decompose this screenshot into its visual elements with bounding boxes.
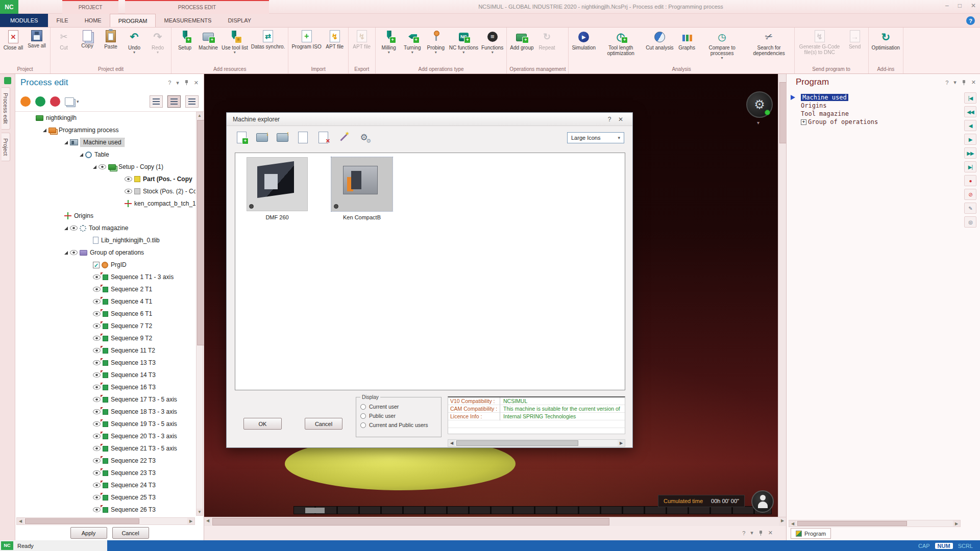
filter-red-icon[interactable]: [50, 96, 60, 107]
view-details-button[interactable]: [185, 95, 199, 108]
tree-vertical-scrollbar[interactable]: ▲ ▼: [196, 112, 203, 516]
tree-row[interactable]: Sequence 22 T3: [15, 455, 195, 467]
wizard-icon[interactable]: [336, 130, 351, 144]
radio-option[interactable]: Public user: [360, 411, 437, 420]
program-tree-row[interactable]: Origins: [790, 102, 960, 110]
program-tree-row[interactable]: Group of operations: [790, 118, 960, 126]
cancel-button[interactable]: Cancel: [112, 527, 149, 539]
tree-row[interactable]: Sequence 4 T1: [15, 295, 195, 308]
scroll-left-icon[interactable]: ◀: [448, 440, 455, 446]
panel-help-icon[interactable]: ?: [168, 80, 171, 86]
go-first-button[interactable]: |◀: [964, 92, 976, 104]
ribbon-button[interactable]: Program ISO: [290, 28, 323, 65]
tree-row[interactable]: ken_compact_b_tch_19[: [15, 197, 195, 210]
radio-icon[interactable]: [360, 413, 366, 419]
ribbon-button[interactable]: Optimisation: [870, 28, 902, 65]
operator-indicator-icon[interactable]: [751, 490, 774, 513]
scrollbar-thumb[interactable]: [456, 440, 578, 446]
program-tab[interactable]: Program: [791, 528, 831, 539]
tree-row[interactable]: Sequence 25 T3: [15, 491, 195, 504]
filter-orange-icon[interactable]: [20, 96, 31, 107]
ribbon-button[interactable]: APT file: [350, 28, 374, 65]
menu-tab[interactable]: MODULES: [0, 14, 48, 27]
scroll-right-icon[interactable]: ▶: [618, 440, 625, 446]
doc-pair-icon[interactable]: [65, 97, 74, 106]
radio-option[interactable]: Current user: [360, 402, 437, 411]
viewport-settings-button[interactable]: [746, 91, 773, 118]
ok-button[interactable]: OK: [243, 418, 282, 430]
view-large-button[interactable]: [150, 95, 163, 108]
tree-row[interactable]: Tool magazine: [15, 222, 195, 234]
scrollbar-thumb[interactable]: [797, 521, 907, 526]
tree-row[interactable]: Sequence 11 T2: [15, 344, 195, 357]
tree-row[interactable]: Sequence 6 T1: [15, 308, 195, 320]
tree-row[interactable]: Sequence 26 T3: [15, 504, 195, 516]
ribbon-button[interactable]: Tool length optimization: [597, 28, 644, 65]
target-button[interactable]: ◎: [964, 216, 976, 228]
tree-row[interactable]: Sequence 24 T3: [15, 479, 195, 491]
dialog-titlebar[interactable]: Machine explorer ? ✕: [227, 113, 632, 126]
ribbon-button[interactable]: Search for dependencies: [746, 28, 793, 65]
dialog-cancel-button[interactable]: Cancel: [305, 418, 342, 430]
doc-delete-icon[interactable]: [315, 130, 331, 144]
dock-close-icon[interactable]: ✕: [768, 530, 773, 536]
dock-tab[interactable]: Project: [2, 133, 10, 161]
simulation-timeline[interactable]: [293, 506, 772, 514]
tree-row[interactable]: Lib_nightkingjlh_0.tlib: [15, 234, 195, 246]
ribbon-button[interactable]: Simulation: [570, 28, 597, 65]
context-tab-process-edit[interactable]: PROCESS EDIT: [125, 0, 269, 14]
tree-row[interactable]: Sequence 18 T3 - 3 axis: [15, 406, 195, 418]
go-last-button[interactable]: ▶|: [964, 161, 976, 172]
play-back-button[interactable]: ◀: [964, 120, 976, 131]
tree-row[interactable]: nightkingjlh: [15, 112, 195, 124]
tree-row[interactable]: Sequence 19 T3 - 5 axis: [15, 418, 195, 430]
pin-icon[interactable]: [184, 80, 189, 86]
tree-row[interactable]: Part (Pos. - Copy: [15, 173, 195, 185]
tree-row[interactable]: PrgID: [15, 259, 195, 271]
pin-icon[interactable]: [962, 80, 966, 86]
scroll-right-icon[interactable]: ▶: [187, 518, 194, 524]
ribbon-button[interactable]: Add group: [508, 28, 535, 65]
doc-icon[interactable]: [295, 130, 310, 144]
apply-button[interactable]: Apply: [70, 527, 107, 539]
close-button[interactable]: ✕: [971, 2, 976, 9]
maximize-button[interactable]: □: [958, 2, 962, 9]
filter-green-icon[interactable]: [35, 96, 45, 107]
scroll-down-icon[interactable]: ▼: [197, 509, 203, 515]
pin-icon[interactable]: [758, 530, 763, 536]
menu-tab[interactable]: PROGRAM: [110, 14, 156, 27]
ribbon-button[interactable]: Cut: [52, 28, 76, 65]
expand-plus-icon[interactable]: [801, 119, 806, 125]
ribbon-button[interactable]: Close all: [2, 28, 25, 65]
tree-row[interactable]: Sequence 7 T2: [15, 320, 195, 332]
ribbon-button[interactable]: Copy: [76, 28, 99, 65]
ribbon-button[interactable]: Setup: [173, 28, 197, 65]
tree-row[interactable]: Group of operations: [15, 246, 195, 259]
ribbon-button[interactable]: Send: [843, 28, 867, 65]
ribbon-button[interactable]: APT file: [323, 28, 347, 65]
dialog-close-icon[interactable]: ✕: [615, 116, 626, 123]
dialog-horizontal-scrollbar[interactable]: ◀ ▶: [448, 439, 625, 447]
machine-tile[interactable]: Ken CompactB: [331, 157, 393, 220]
program-horizontal-scrollbar[interactable]: ◀ ▶: [789, 520, 961, 527]
ribbon-button[interactable]: Generate G-Code file(s) to DNC: [796, 28, 843, 65]
tree-row[interactable]: Machine used: [15, 136, 195, 148]
tree-row[interactable]: Sequence 21 T3 - 5 axis: [15, 442, 195, 455]
menu-tab[interactable]: DISPLAY: [219, 14, 259, 27]
scrollbar-thumb[interactable]: [212, 518, 609, 525]
filter-dropdown-icon[interactable]: ▾: [77, 99, 79, 104]
scroll-up-icon[interactable]: ▲: [197, 112, 203, 119]
machine-import-icon[interactable]: [254, 130, 270, 144]
tree-row[interactable]: Sequence 17 T3 - 5 axis: [15, 393, 195, 406]
ribbon-button[interactable]: Datas synchro.: [250, 28, 287, 65]
minimize-button[interactable]: –: [945, 2, 949, 9]
radio-icon[interactable]: [360, 404, 366, 410]
radio-icon[interactable]: [360, 422, 366, 428]
ribbon-button[interactable]: Functions: [480, 28, 505, 65]
tree-row[interactable]: Origins: [15, 210, 195, 222]
viewport-horizontal-scrollbar[interactable]: ◀ ▶: [204, 517, 786, 526]
ribbon-button[interactable]: Save all: [25, 28, 48, 65]
fast-forward-button[interactable]: ▶▶: [964, 147, 976, 159]
dock-dropdown-icon[interactable]: [750, 530, 753, 536]
menu-tab[interactable]: FILE: [48, 14, 76, 27]
